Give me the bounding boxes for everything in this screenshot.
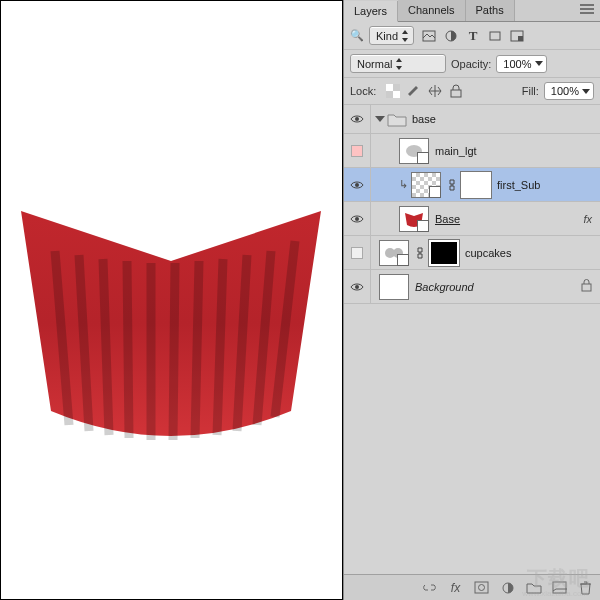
lock-pixels-icon[interactable] xyxy=(406,83,422,99)
fill-label: Fill: xyxy=(522,85,539,97)
svg-point-14 xyxy=(393,248,403,258)
clip-indicator-icon: ↳ xyxy=(399,178,409,191)
svg-rect-20 xyxy=(553,582,566,593)
filter-pixel-icon[interactable] xyxy=(421,28,437,44)
svg-point-10 xyxy=(406,145,422,157)
svg-rect-16 xyxy=(582,284,591,291)
visibility-toggle[interactable] xyxy=(344,134,371,167)
delete-layer-icon[interactable] xyxy=(577,579,594,596)
lock-icon[interactable] xyxy=(581,279,592,294)
layer-thumbnail xyxy=(379,240,409,266)
fx-indicator[interactable]: fx xyxy=(583,213,592,225)
layer-main-lgt[interactable]: main_lgt xyxy=(344,134,600,168)
lock-row: Lock: Fill: 100% xyxy=(344,78,600,105)
svg-point-11 xyxy=(355,183,359,187)
visibility-toggle[interactable] xyxy=(344,236,371,269)
tab-channels[interactable]: Channels xyxy=(398,0,465,21)
filter-type-icon[interactable]: T xyxy=(465,28,481,44)
adjustment-layer-icon[interactable] xyxy=(499,579,516,596)
layer-mask-icon[interactable] xyxy=(473,579,490,596)
layer-thumbnail xyxy=(411,172,441,198)
visibility-toggle[interactable] xyxy=(344,270,371,303)
layers-panel: Layers Channels Paths 🔍 Kind T Normal Op… xyxy=(343,0,600,600)
svg-rect-17 xyxy=(475,582,488,593)
panel-bottom-bar: fx xyxy=(344,574,600,600)
blend-mode-select[interactable]: Normal xyxy=(350,54,446,73)
blend-row: Normal Opacity: 100% xyxy=(344,50,600,78)
lock-all-icon[interactable] xyxy=(448,83,464,99)
tab-layers[interactable]: Layers xyxy=(344,1,398,22)
visibility-toggle[interactable] xyxy=(344,202,371,235)
layer-name[interactable]: first_Sub xyxy=(497,179,540,191)
tab-paths[interactable]: Paths xyxy=(466,0,515,21)
layer-mask-thumbnail[interactable] xyxy=(461,172,491,198)
layer-thumbnail xyxy=(399,206,429,232)
layer-list: base main_lgt ↳ first_Sub Base fx xyxy=(344,105,600,574)
layer-thumbnail xyxy=(379,274,409,300)
svg-point-12 xyxy=(355,217,359,221)
svg-rect-6 xyxy=(386,84,393,91)
layer-thumbnail xyxy=(399,138,429,164)
document-canvas[interactable] xyxy=(0,0,343,600)
link-layers-icon[interactable] xyxy=(421,579,438,596)
filter-shape-icon[interactable] xyxy=(487,28,503,44)
mask-link-icon[interactable] xyxy=(415,246,425,260)
layer-name[interactable]: Base xyxy=(435,213,460,225)
layer-cupcakes[interactable]: cupcakes xyxy=(344,236,600,270)
opacity-input[interactable]: 100% xyxy=(496,55,546,73)
svg-point-9 xyxy=(355,117,359,121)
panel-menu-icon[interactable] xyxy=(574,0,600,21)
new-layer-icon[interactable] xyxy=(551,579,568,596)
filter-smart-icon[interactable] xyxy=(509,28,525,44)
lock-transparency-icon[interactable] xyxy=(385,83,401,99)
layer-name[interactable]: base xyxy=(412,113,436,125)
layer-name[interactable]: cupcakes xyxy=(465,247,511,259)
visibility-toggle[interactable] xyxy=(344,168,371,201)
filter-row: 🔍 Kind T xyxy=(344,22,600,50)
svg-rect-8 xyxy=(451,90,461,97)
svg-rect-2 xyxy=(490,32,500,40)
visibility-toggle[interactable] xyxy=(344,105,371,133)
new-group-icon[interactable] xyxy=(525,579,542,596)
cupcake-base-shape xyxy=(11,201,331,461)
svg-point-15 xyxy=(355,285,359,289)
panel-tabs: Layers Channels Paths xyxy=(344,0,600,22)
svg-point-18 xyxy=(479,585,485,591)
layer-background[interactable]: Background xyxy=(344,270,600,304)
lock-label: Lock: xyxy=(350,85,376,97)
layer-style-icon[interactable]: fx xyxy=(447,579,464,596)
folder-icon xyxy=(386,111,408,127)
fill-input[interactable]: 100% xyxy=(544,82,594,100)
disclosure-triangle-icon[interactable] xyxy=(375,116,385,122)
search-icon: 🔍 xyxy=(350,29,364,42)
layer-name[interactable]: main_lgt xyxy=(435,145,477,157)
svg-rect-7 xyxy=(393,91,400,98)
layer-base[interactable]: Base fx xyxy=(344,202,600,236)
layer-first-sub[interactable]: ↳ first_Sub xyxy=(344,168,600,202)
layer-name[interactable]: Background xyxy=(415,281,474,293)
layer-group-base[interactable]: base xyxy=(344,105,600,134)
mask-link-icon[interactable] xyxy=(447,178,457,192)
opacity-label: Opacity: xyxy=(451,58,491,70)
lock-position-icon[interactable] xyxy=(427,83,443,99)
filter-kind-select[interactable]: Kind xyxy=(369,26,414,45)
svg-rect-4 xyxy=(518,36,523,41)
layer-mask-thumbnail[interactable] xyxy=(429,240,459,266)
filter-adjustment-icon[interactable] xyxy=(443,28,459,44)
